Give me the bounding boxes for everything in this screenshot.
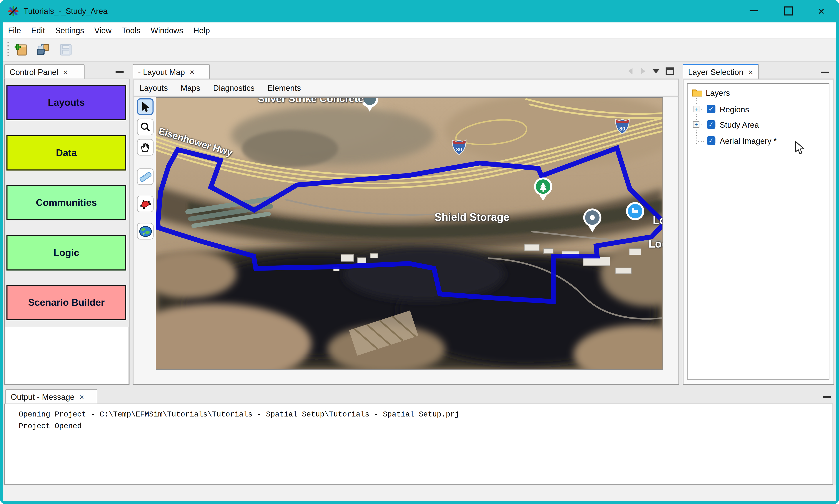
output-line-2: Project Opened <box>19 422 82 430</box>
tool-zoom-magnifier[interactable] <box>137 119 153 135</box>
logic-button[interactable]: Logic <box>6 235 126 270</box>
checkbox-study-area[interactable] <box>707 120 715 129</box>
window-maximize-button[interactable] <box>776 0 801 21</box>
output-minimize[interactable] <box>823 396 831 398</box>
expander-study-area[interactable] <box>693 121 700 128</box>
tree-item-study-area[interactable]: Study Area <box>720 120 759 129</box>
expander-regions[interactable] <box>693 106 700 112</box>
scenario-builder-button[interactable]: Scenario Builder <box>6 285 126 320</box>
open-project-button[interactable] <box>35 42 51 58</box>
maximize-icon <box>784 6 793 15</box>
tab-output-message-label: Output - Message <box>11 392 74 401</box>
tab-layout-map-label: - Layout Map <box>138 67 185 76</box>
control-panel-minimize[interactable] <box>116 71 124 73</box>
polygon-icon <box>139 199 151 209</box>
hand-icon <box>140 142 150 152</box>
tree-item-aerial-imagery[interactable]: Aerial Imagery * <box>720 137 777 145</box>
map-label-business: Silver Strike Concrete <box>258 97 364 105</box>
layer-selection-minimize[interactable] <box>821 72 829 73</box>
map-menu-layouts[interactable]: Layouts <box>140 83 168 92</box>
application-window: Tutorials_-_Study_Area × File Edit Setti… <box>0 0 839 504</box>
tree-connector <box>697 141 704 142</box>
map-menu-maps[interactable]: Maps <box>181 83 200 92</box>
menu-edit[interactable]: Edit <box>31 25 45 35</box>
tool-select-cursor[interactable] <box>137 98 153 115</box>
communities-button[interactable]: Communities <box>6 185 126 220</box>
layout-map-menubar: Layouts Maps Diagnostics Elements <box>140 81 301 95</box>
svg-text:80: 80 <box>456 147 462 152</box>
map-pin-blue-icon <box>626 202 644 220</box>
window-title: Tutorials_-_Study_Area <box>23 6 107 16</box>
control-panel: Layouts Data Communities Logic Scenario … <box>4 78 130 385</box>
data-button[interactable]: Data <box>6 135 126 170</box>
menu-help[interactable]: Help <box>193 25 210 35</box>
layouts-button-label: Layouts <box>48 97 85 108</box>
tool-pan-hand[interactable] <box>137 139 153 156</box>
minimize-icon <box>823 396 831 398</box>
dock-prev-arrow-icon[interactable] <box>625 67 636 75</box>
tab-control-panel[interactable]: Control Panel × <box>4 64 85 79</box>
magnifier-icon <box>140 122 150 132</box>
tree-root-label[interactable]: Layers <box>706 88 730 97</box>
map-menu-elements[interactable]: Elements <box>267 83 301 92</box>
map-label-partial-upper: Lo <box>653 214 663 227</box>
logic-button-label: Logic <box>53 247 79 259</box>
map-menu-diagnostics[interactable]: Diagnostics <box>213 83 255 92</box>
tab-close-icon[interactable]: × <box>63 67 68 76</box>
window-minimize-button[interactable] <box>742 0 766 21</box>
layer-selection-panel: Layers Regions Study Area Aerial Imagery… <box>683 78 834 385</box>
data-button-label: Data <box>56 147 77 159</box>
menu-view[interactable]: View <box>94 25 112 35</box>
communities-button-label: Communities <box>36 197 97 208</box>
scenario-builder-button-label: Scenario Builder <box>28 297 105 308</box>
checkbox-regions[interactable] <box>707 105 715 113</box>
dock-next-arrow-icon[interactable] <box>638 67 648 75</box>
minimize-icon <box>116 71 124 73</box>
map-label-storage: Shield Storage <box>434 211 510 223</box>
title-bar[interactable]: Tutorials_-_Study_Area × <box>0 0 839 22</box>
tool-draw-polygon[interactable] <box>137 196 153 212</box>
tool-zoom-extent-globe[interactable] <box>137 223 153 239</box>
satellite-imagery: 80 80 <box>156 98 663 370</box>
toolbar-grip[interactable] <box>7 42 9 58</box>
output-console[interactable]: Opening Project - C:\Temp\EFMSim\Tutoria… <box>4 404 833 485</box>
tab-close-icon[interactable]: × <box>748 67 753 76</box>
tab-close-icon[interactable]: × <box>190 67 194 76</box>
dock-dropdown-caret-icon[interactable] <box>651 67 661 75</box>
checkbox-aerial-imagery[interactable] <box>707 137 715 145</box>
ruler-icon <box>139 171 152 183</box>
tab-layer-selection[interactable]: Layer Selection × <box>683 64 759 79</box>
save-icon <box>58 42 73 57</box>
status-strip <box>3 485 836 501</box>
menu-bar: File Edit Settings View Tools Windows He… <box>3 22 836 38</box>
app-logo-icon <box>7 5 20 18</box>
window-close-button[interactable]: × <box>809 0 834 21</box>
tab-control-panel-label: Control Panel <box>10 67 58 76</box>
menu-windows[interactable]: Windows <box>151 25 183 35</box>
main-toolbar <box>3 38 836 62</box>
new-project-button[interactable] <box>13 42 29 58</box>
svg-text:80: 80 <box>619 126 625 131</box>
save-project-button-disabled[interactable] <box>58 42 74 58</box>
map-label-partial-lower: Loc <box>649 238 663 250</box>
tab-output-message[interactable]: Output - Message × <box>5 389 97 404</box>
dock-restore-icon[interactable] <box>665 67 675 75</box>
tool-measure-ruler[interactable] <box>137 168 153 185</box>
output-line-1: Opening Project - C:\Temp\EFMSim\Tutoria… <box>19 409 459 420</box>
tab-layer-selection-label: Layer Selection <box>688 67 743 76</box>
layer-tree: Layers Regions Study Area Aerial Imagery… <box>687 84 829 380</box>
map-viewport[interactable]: 80 80 <box>156 97 663 370</box>
cursor-icon <box>140 101 150 112</box>
minimize-icon <box>750 10 758 11</box>
close-icon: × <box>818 5 825 16</box>
minimize-icon <box>821 72 829 73</box>
tab-close-icon[interactable]: × <box>79 392 84 401</box>
menu-tools[interactable]: Tools <box>122 25 140 35</box>
mouse-cursor <box>793 141 805 155</box>
menu-settings[interactable]: Settings <box>55 25 84 35</box>
tree-item-regions[interactable]: Regions <box>720 105 749 114</box>
tab-layout-map[interactable]: - Layout Map × <box>133 64 210 79</box>
menu-file[interactable]: File <box>8 25 21 35</box>
layouts-button[interactable]: Layouts <box>6 85 126 120</box>
globe-icon <box>139 226 152 237</box>
